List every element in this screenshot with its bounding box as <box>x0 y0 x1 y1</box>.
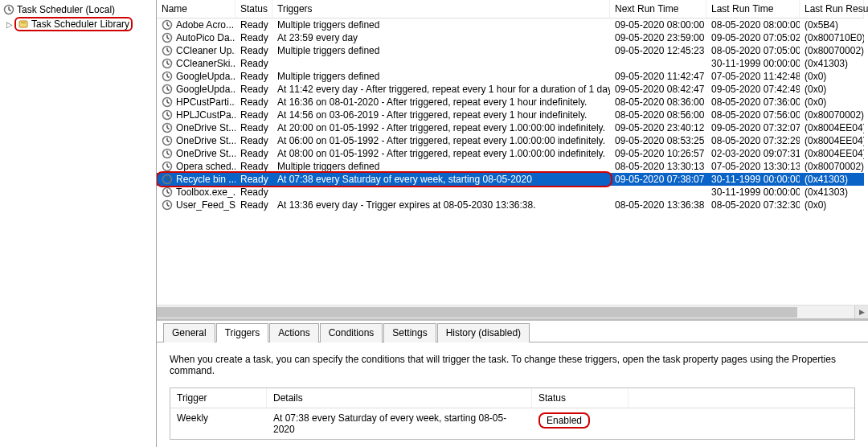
clock-icon <box>3 4 14 15</box>
task-cell: GoogleUpda... <box>157 70 235 83</box>
task-next-run: 08-05-2020 13:30:13 <box>610 160 706 173</box>
svg-line-37 <box>167 154 170 155</box>
scrollbar-thumb[interactable] <box>157 307 797 318</box>
scrollbar-arrow-right-icon[interactable]: ▶ <box>854 306 868 318</box>
task-name: GoogleUpda... <box>176 71 235 82</box>
task-name: CCleanerSki... <box>176 58 235 69</box>
svg-line-34 <box>167 141 170 142</box>
trigger-status-cell: Enabled <box>532 408 628 439</box>
col-triggers[interactable]: Triggers <box>272 0 610 18</box>
task-cell: Opera sched... <box>157 160 235 173</box>
task-cell: OneDrive St... <box>157 121 235 134</box>
task-clock-icon <box>162 58 173 69</box>
task-next-run <box>610 57 706 70</box>
task-name: AutoPico Da... <box>176 32 235 43</box>
tab-general[interactable]: General <box>163 323 215 342</box>
task-clock-icon <box>162 135 173 146</box>
svg-rect-4 <box>21 23 26 23</box>
task-status: Ready <box>235 18 272 31</box>
task-last-result: (0x5B4) <box>800 18 864 31</box>
tab-conditions[interactable]: Conditions <box>320 323 383 342</box>
task-last-run: 30-11-1999 00:00:00 <box>706 57 800 70</box>
tab-actions[interactable]: Actions <box>269 323 318 342</box>
task-next-run: 09-05-2020 07:38:07 <box>610 173 706 186</box>
task-clock-icon <box>162 84 173 95</box>
task-clock-icon <box>162 174 173 185</box>
trig-col-trigger[interactable]: Trigger <box>170 388 267 408</box>
col-last-result[interactable]: Last Run Result <box>800 0 864 18</box>
task-triggers: At 14:56 on 03-06-2019 - After triggered… <box>272 109 610 121</box>
svg-line-46 <box>167 192 170 194</box>
task-last-result: (0x800710E0) <box>800 31 864 44</box>
task-last-result: (0x80070002) <box>800 109 864 121</box>
task-last-run: 30-11-1999 00:00:00 <box>706 186 800 199</box>
horizontal-scrollbar[interactable]: ▶ <box>157 305 868 318</box>
task-cell: User_Feed_S... <box>157 199 235 211</box>
task-clock-icon <box>162 32 173 43</box>
task-status: Ready <box>235 70 272 83</box>
task-last-result: (0x8004EE04) <box>800 134 864 147</box>
task-last-result: (0x80070002) <box>800 44 864 57</box>
task-last-run: 09-05-2020 07:42:49 <box>706 83 800 96</box>
trigger-details: At 07:38 every Saturday of every week, s… <box>267 408 532 439</box>
col-status[interactable]: Status <box>235 0 272 18</box>
task-status: Ready <box>235 96 272 109</box>
col-last-run[interactable]: Last Run Time <box>706 0 800 18</box>
task-last-run: 08-05-2020 07:32:30 <box>706 199 800 211</box>
triggers-table: Trigger Details Status Weekly At 07:38 e… <box>170 388 855 440</box>
tab-triggers[interactable]: Triggers <box>216 323 269 342</box>
task-clock-icon <box>162 122 173 133</box>
task-name: CCleaner Up... <box>176 45 235 56</box>
task-status: Ready <box>235 173 272 186</box>
task-triggers: At 07:38 every Saturday of every week, s… <box>272 173 610 186</box>
task-last-run: 08-05-2020 07:32:29 <box>706 134 800 147</box>
task-next-run: 09-05-2020 08:53:25 <box>610 134 706 147</box>
task-last-result: (0x8004EE04) <box>800 121 864 134</box>
trigger-row[interactable]: Weekly At 07:38 every Saturday of every … <box>170 408 854 439</box>
trigger-type: Weekly <box>170 408 267 439</box>
task-last-result: (0x0) <box>800 199 864 211</box>
tree-root-item[interactable]: Task Scheduler (Local) <box>2 3 154 16</box>
task-last-run: 09-05-2020 07:05:02 <box>706 31 800 44</box>
svg-line-19 <box>167 76 170 78</box>
expand-icon[interactable]: ▷ <box>5 20 14 29</box>
svg-line-7 <box>167 25 170 27</box>
task-next-run: 09-05-2020 10:26:57 <box>610 147 706 160</box>
task-clock-icon <box>162 96 173 108</box>
svg-rect-3 <box>19 21 27 27</box>
trig-col-details[interactable]: Details <box>267 388 532 408</box>
task-triggers: At 23:59 every day <box>272 31 610 44</box>
tab-settings[interactable]: Settings <box>383 323 436 342</box>
task-status: Ready <box>235 44 272 57</box>
list-blank <box>157 211 868 305</box>
task-status: Ready <box>235 134 272 147</box>
task-last-run: 08-05-2020 07:56:00 <box>706 109 800 121</box>
task-name: HPLJCustPa... <box>176 109 235 121</box>
tab-history[interactable]: History (disabled) <box>437 323 530 342</box>
task-name: User_Feed_S... <box>176 199 235 211</box>
task-next-run: 09-05-2020 08:42:47 <box>610 83 706 96</box>
task-clock-icon <box>162 109 173 121</box>
trig-col-status[interactable]: Status <box>532 388 628 408</box>
task-triggers: At 08:00 on 01-05-1992 - After triggered… <box>272 147 610 160</box>
task-last-run: 30-11-1999 00:00:00 <box>706 173 800 186</box>
task-clock-icon <box>162 45 173 56</box>
task-triggers: Multiple triggers defined <box>272 160 610 173</box>
task-last-result: (0x0) <box>800 70 864 83</box>
task-status: Ready <box>235 31 272 44</box>
triggers-description: When you create a task, you can specify … <box>170 354 855 376</box>
task-cell: CCleanerSki... <box>157 57 235 70</box>
task-clock-icon <box>162 19 173 31</box>
task-name: OneDrive St... <box>176 135 235 146</box>
detail-pane: General Triggers Actions Conditions Sett… <box>157 318 868 447</box>
task-cell: OneDrive St... <box>157 147 235 160</box>
col-name[interactable]: Name <box>157 0 235 18</box>
col-next-run[interactable]: Next Run Time <box>610 0 706 18</box>
tree-library-item[interactable]: ▷ Task Scheduler Library <box>3 16 154 32</box>
task-next-run: 09-05-2020 11:42:47 <box>610 70 706 83</box>
task-clock-icon <box>162 187 173 198</box>
task-table: Name Status Triggers Next Run Time Last … <box>157 0 868 211</box>
task-last-run: 08-05-2020 07:05:00 <box>706 44 800 57</box>
task-status: Ready <box>235 160 272 173</box>
task-next-run <box>610 186 706 199</box>
